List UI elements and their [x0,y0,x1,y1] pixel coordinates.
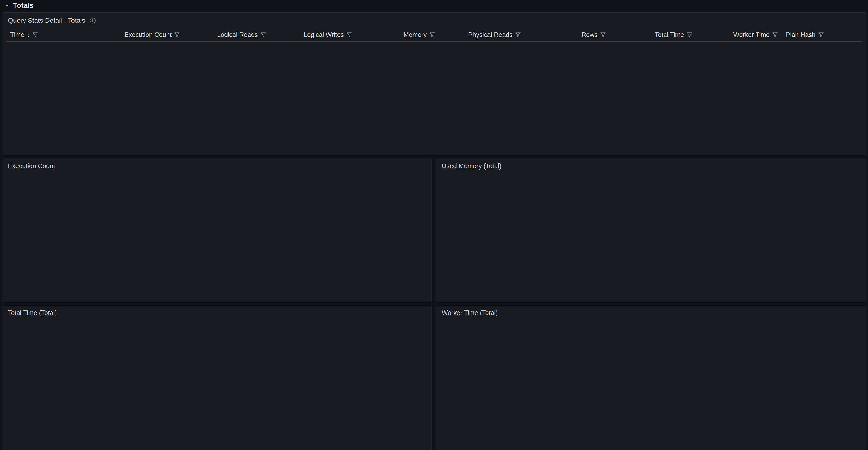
chart-plot[interactable] [6,319,315,448]
chart-legend [320,185,428,299]
filter-icon[interactable] [429,32,435,38]
table-header-row: Time↓Execution CountLogical ReadsLogical… [6,28,862,42]
chart-title[interactable]: Used Memory (Total) [440,162,862,172]
column-label: Execution Count [124,31,172,39]
filter-icon[interactable] [772,32,778,38]
column-label: Logical Reads [217,31,258,39]
section-header: Totals [0,0,868,11]
column-label: Rows [581,31,597,39]
column-label: Time [10,31,24,39]
info-icon[interactable] [89,17,96,24]
charts-grid: Execution Count Used Memory (Total) Tota… [2,159,866,450]
chart-title[interactable]: Execution Count [6,162,428,172]
chart-panel-execution-count: Execution Count [2,159,432,302]
chart-legend [754,185,862,299]
filter-icon[interactable] [346,32,352,38]
filter-icon[interactable] [260,32,267,38]
column-label: Logical Writes [304,31,344,39]
chart-legend [754,332,862,448]
column-label: Memory [403,31,427,39]
sort-desc-icon: ↓ [27,31,30,39]
column-header-physical-reads[interactable]: Physical Reads [439,31,525,39]
column-header-logical-writes[interactable]: Logical Writes [270,31,356,39]
filter-icon[interactable] [515,32,521,38]
query-stats-panel: Query Stats Detail - Totals Time↓Executi… [2,12,866,156]
panel-title-row: Query Stats Detail - Totals [6,12,862,28]
column-label: Physical Reads [468,31,513,39]
filter-icon[interactable] [686,32,693,38]
column-header-total-time[interactable]: Total Time [610,31,696,39]
chart-panel-used-memory: Used Memory (Total) [436,159,866,302]
column-header-time[interactable]: Time↓ [6,31,98,39]
section-title[interactable]: Totals [13,1,34,9]
chart-plot[interactable] [440,319,749,448]
column-label: Plan Hash [786,31,815,39]
column-label: Worker Time [733,31,770,39]
column-header-memory[interactable]: Memory [356,31,439,39]
column-label: Total Time [655,31,684,39]
column-header-worker-time[interactable]: Worker Time [696,31,782,39]
column-header-execution-count[interactable]: Execution Count [98,31,184,39]
chart-panel-worker-time: Worker Time (Total) [436,306,866,450]
filter-icon[interactable] [174,32,180,38]
chart-title[interactable]: Worker Time (Total) [440,309,862,319]
filter-icon[interactable] [600,32,606,38]
column-header-logical-reads[interactable]: Logical Reads [184,31,270,39]
chart-panel-total-time: Total Time (Total) [2,306,432,450]
filter-icon[interactable] [32,32,38,38]
filter-icon[interactable] [818,32,824,38]
column-header-plan-hash[interactable]: Plan Hash [782,31,862,39]
chart-title[interactable]: Total Time (Total) [6,309,428,319]
chart-legend [320,332,428,448]
collapse-chevron-icon[interactable] [4,2,10,8]
chart-plot[interactable] [6,172,315,299]
column-header-rows[interactable]: Rows [525,31,610,39]
chart-plot[interactable] [440,172,749,299]
panel-title[interactable]: Query Stats Detail - Totals [8,17,85,24]
